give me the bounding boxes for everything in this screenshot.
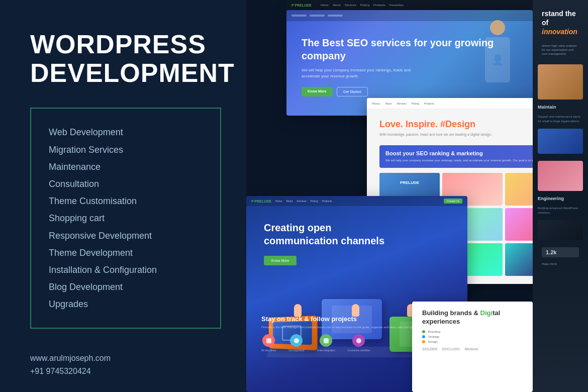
nav-favourites: Favourites	[389, 4, 404, 7]
stay-icon-label-2: Get organized	[288, 349, 304, 352]
service-migration: Migration Services	[49, 141, 203, 158]
brand-logo-exclusiv: EXCLUSIV	[442, 347, 460, 351]
comm-nav-4: Pricing	[311, 200, 318, 203]
seo-btn-primary[interactable]: Know More	[302, 87, 333, 96]
design-nav-4: Pricing	[412, 102, 419, 105]
right-strip: rstand theof innovation deliver high val…	[533, 0, 588, 392]
counter-badge: 1.2k	[542, 247, 579, 257]
stay-icon-2: Get organized	[288, 334, 304, 352]
page-title: WORDPRESS DEVELOPMENT	[30, 30, 221, 87]
comm-btn[interactable]: Know More	[264, 256, 297, 265]
comm-header: P PRELUDE Home About Services Pricing Pr…	[246, 196, 467, 206]
seo-header	[286, 10, 533, 21]
nav-products: Products	[373, 4, 385, 7]
stay-icon-label-1: No deadlines	[261, 349, 276, 352]
strip-img-dark	[538, 220, 583, 240]
service-upgrades: Upgrades	[49, 296, 203, 313]
service-blog: Blog Development	[49, 278, 203, 296]
navbar-screenshot: P PRELUDE Home About Services Pricing Pr…	[286, 0, 533, 10]
nav-about: About	[333, 4, 341, 7]
comm-nav-3: Services	[297, 200, 306, 203]
comm-content: Creating open communication channels Kno…	[246, 206, 467, 285]
stand-text: rstand theof innovation	[538, 5, 583, 41]
brand-logo-golden: GOLDEN	[422, 347, 437, 351]
nav-pricing: Pricing	[360, 4, 369, 7]
navbar-items: Home About Services Pricing Products Fav…	[321, 4, 404, 7]
brand-title: Building brands & Digital experiences	[422, 309, 523, 326]
stand-sub: deliver high value projects for our orga…	[538, 44, 583, 59]
design-nav-2: About	[385, 102, 391, 105]
brand-item-3: Design	[422, 340, 523, 343]
service-web-dev: Web Development	[49, 124, 203, 141]
stay-icon-1: No deadlines	[261, 334, 276, 352]
contact-phone: +91 9745320424	[30, 367, 221, 376]
service-shopping-cart: Shopping cart	[49, 210, 203, 227]
contact-website: www.arulmjoseph.com	[30, 354, 221, 363]
stay-icon-circle-2	[290, 334, 303, 347]
right-panel: P PRELUDE Home About Services Pricing Pr…	[246, 0, 588, 392]
strip-img-worker	[538, 64, 583, 100]
stay-icon-4: Customize workflow	[348, 334, 370, 352]
brand-dot-1	[422, 330, 425, 333]
brand-highlight: Digi	[480, 309, 493, 317]
brand-item-2: Strategy	[422, 335, 523, 338]
brand-logo-medium: Medium	[465, 347, 478, 351]
comm-title: Creating open communication channels	[264, 221, 389, 247]
stay-icon-label-4: Customize workflow	[348, 349, 370, 352]
brand-item-text-2: Strategy	[428, 335, 439, 338]
service-consultation: Consultation	[49, 175, 203, 192]
strip-img-blue	[538, 129, 583, 154]
counter-label: Happy clients	[538, 262, 583, 265]
service-theme-dev: Theme Development	[49, 244, 203, 261]
brand-item-text-1: Branding	[428, 330, 440, 333]
design-nav-5: Products	[424, 102, 434, 105]
strip-engineering-body: Building advanced WordPress solutions.	[538, 206, 583, 215]
stay-icon-circle-4	[352, 334, 365, 347]
seo-subtitle: We will help your company increase your …	[302, 67, 412, 79]
navbar-logo: P PRELUDE	[291, 4, 312, 7]
design-nav-1: Privacy	[372, 102, 380, 105]
left-panel: WORDPRESS DEVELOPMENT Web Development Mi…	[0, 0, 246, 392]
design-nav-3: Services	[397, 102, 406, 105]
contact-info: www.arulmjoseph.com +91 9745320424	[30, 354, 221, 376]
brand-item-1: Branding	[422, 330, 523, 333]
strip-maintain-body: Support and maintenance plans for small …	[538, 115, 583, 124]
brand-logos: GOLDEN EXCLUSIV Medium	[422, 347, 523, 351]
brand-items: Branding Strategy Design	[422, 330, 523, 343]
service-responsive: Responsive Development	[49, 227, 203, 244]
service-maintenance: Maintenance	[49, 158, 203, 175]
comm-nav-1: Home	[275, 200, 282, 203]
stay-icon-label-3: Suite integration	[317, 349, 335, 352]
service-install: Installation & Configuration	[49, 261, 203, 278]
stay-icon-circle-3	[320, 334, 332, 347]
strip-engineering-label: Engineering	[538, 196, 583, 201]
brand-dot-3	[422, 340, 425, 343]
brand-item-text-3: Design	[428, 340, 438, 343]
service-theme-custom: Theme Customisation	[49, 192, 203, 210]
strip-img-pink	[538, 161, 583, 191]
brand-screenshot: Building brands & Digital experiences Br…	[412, 302, 533, 392]
innovation-text: innovation	[542, 28, 577, 36]
seo-nav-dot-1	[291, 15, 307, 17]
seo-btn-secondary[interactable]: Get Started	[337, 87, 368, 96]
comm-contact-btn[interactable]: Contact Us	[444, 199, 462, 204]
strip-maintain-label: Maintain	[538, 105, 583, 110]
stay-icon-3: Suite integration	[317, 334, 335, 352]
comm-nav-2: About	[286, 200, 292, 203]
nav-services: Services	[345, 4, 356, 7]
nav-home: Home	[321, 4, 329, 7]
seo-nav-dot-3	[328, 15, 343, 17]
comm-nav-5: Products	[322, 200, 332, 203]
comm-logo: P PRELUDE	[251, 200, 271, 203]
seo-nav-dot-2	[310, 15, 325, 17]
services-box: Web Development Migration Services Maint…	[30, 108, 221, 329]
strip-right-content: rstand theof innovation deliver high val…	[533, 0, 588, 270]
stay-icon-circle-1	[262, 334, 275, 347]
brand-dot-2	[422, 335, 425, 338]
